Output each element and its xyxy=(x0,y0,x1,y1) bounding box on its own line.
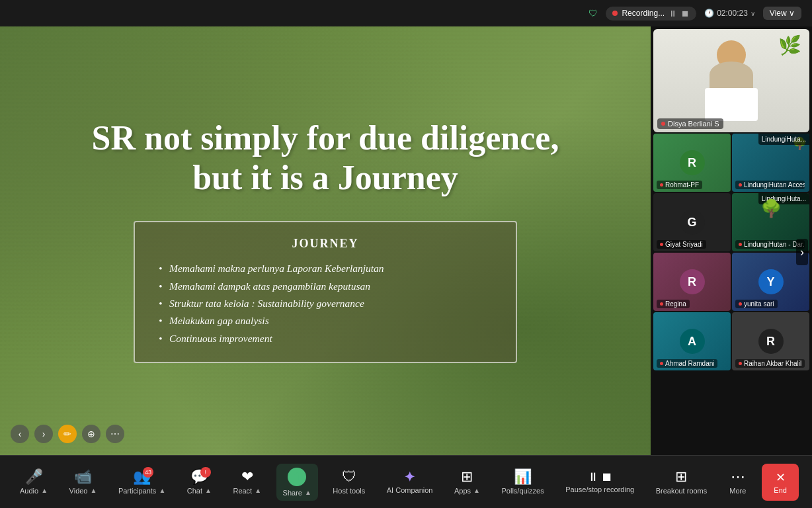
timer-display: 🕐 02:00:23 ∨ xyxy=(704,9,755,18)
chat-label: Chat xyxy=(187,487,202,495)
bullet-5: Continuous improvement xyxy=(159,330,492,347)
main-speaker-video: 🌿 Disya Berliani S xyxy=(653,29,809,132)
mic-dot-raihan xyxy=(739,362,742,365)
react-chevron: ▲ xyxy=(255,487,261,494)
label-rohmat: Rohmat-PF xyxy=(657,181,702,189)
mic-dot-lindungi-dar xyxy=(739,243,742,246)
avatar-regina: R xyxy=(680,269,705,294)
main-speaker-name: Disya Berliani S xyxy=(657,118,723,129)
polls-icon: 📊 xyxy=(514,470,532,484)
more-options-button[interactable]: ⋯ xyxy=(106,425,124,443)
participant-ahmad: A Ahmad Ramdani xyxy=(653,312,731,370)
main-speaker-bg: 🌿 xyxy=(653,29,809,132)
next-slide-button[interactable]: › xyxy=(34,425,53,443)
more-button[interactable]: ⋯ More xyxy=(722,466,754,499)
speaker-hijab xyxy=(710,62,753,88)
annotate-button[interactable]: ✏ xyxy=(58,425,77,443)
apps-label: Apps xyxy=(454,487,471,495)
label-lindungi-dar: LindungiHutan - Dar... xyxy=(735,240,805,249)
more-icon: ⋯ xyxy=(731,470,745,484)
apps-chevron: ▲ xyxy=(473,487,480,494)
mic-dot-giyat xyxy=(660,243,663,246)
speaker-body xyxy=(705,88,758,121)
share-button[interactable]: ⬆ Share ▲ xyxy=(276,464,318,501)
chat-chevron: ▲ xyxy=(205,487,212,494)
participants-grid: R Rohmat-PF 🌳 LindungiHuta... LindungiHu… xyxy=(653,134,809,370)
share-icon: ⬆ xyxy=(288,468,306,486)
main-area: SR not simply for due diligence, but it … xyxy=(0,26,812,455)
end-button[interactable]: ✕ End xyxy=(762,464,799,501)
participant-lindungi-access: 🌳 LindungiHuta... LindungiHutan Access xyxy=(732,134,809,192)
video-button[interactable]: 📹 Video ▲ xyxy=(63,466,104,499)
participant-rohmat: R Rohmat-PF xyxy=(653,134,731,192)
apps-button[interactable]: ⊞ Apps ▲ xyxy=(448,466,487,499)
bullet-3: Struktur tata kelola : Sustainability go… xyxy=(159,295,492,312)
chat-badge: ! xyxy=(200,467,211,478)
pause-recording-button[interactable]: ⏸ ⏹ Pause/stop recording xyxy=(559,467,641,497)
video-label: Video xyxy=(69,487,88,495)
react-label: React xyxy=(233,487,252,495)
participants-button[interactable]: 👥 43 Participants ▲ xyxy=(112,466,172,499)
label-ahmad: Ahmad Ramdani xyxy=(657,359,717,368)
slide-zoom-controls: ‹ › ✏ ⊕ ⋯ xyxy=(11,425,124,443)
chat-icon-wrapper: 💬 ! xyxy=(190,470,208,484)
prev-slide-button[interactable]: ‹ xyxy=(11,425,29,443)
breakout-label: Breakout rooms xyxy=(656,487,708,495)
mic-dot-yunita xyxy=(739,302,742,306)
stop-icon: ⏹ xyxy=(601,471,613,483)
audio-button[interactable]: 🎤 Audio ▲ xyxy=(13,466,54,499)
microphone-icon: 🎤 xyxy=(25,470,43,484)
share-chevron: ▲ xyxy=(305,489,311,496)
avatar-yunita: Y xyxy=(758,269,784,294)
ai-companion-label: AI Companion xyxy=(387,486,433,494)
plant-decoration: 🌿 xyxy=(778,34,801,56)
mic-dot-regina xyxy=(660,302,663,306)
label-regina: Regina xyxy=(657,300,690,308)
label-giyat: Giyat Sriyadi xyxy=(657,240,706,249)
slide-title: SR not simply for due diligence, but it … xyxy=(81,118,570,198)
view-button[interactable]: View ∨ xyxy=(763,7,801,20)
recording-label: Recording... xyxy=(622,9,665,18)
breakout-button[interactable]: ⊞ Breakout rooms xyxy=(649,466,714,499)
participant-regina: R Regina xyxy=(653,253,731,311)
grid-row-4: A Ahmad Ramdani R Raihan Akbar Khalil xyxy=(653,312,809,370)
mic-dot-lindungi xyxy=(739,183,742,187)
more-participants-button[interactable]: › xyxy=(796,239,808,265)
speaker-name-text: Disya Berliani S xyxy=(668,120,719,128)
share-label: Share xyxy=(283,489,302,497)
video-icon-wrapper: 📹 xyxy=(74,470,92,484)
participants-icon-wrapper: 👥 43 xyxy=(133,470,151,484)
participants-label: Participants xyxy=(118,487,156,495)
avatar-giyat: G xyxy=(680,210,705,235)
polls-button[interactable]: 📊 Polls/quizzes xyxy=(495,466,550,499)
timer-chevron: ∨ xyxy=(751,10,755,17)
recording-dot xyxy=(612,11,618,16)
share-icon-wrapper: ⬆ xyxy=(288,468,306,486)
pause-icon: ⏸ xyxy=(587,471,599,483)
slide: SR not simply for due diligence, but it … xyxy=(0,26,651,455)
mic-dot-rohmat xyxy=(660,183,663,187)
slide-content-box: JOURNEY Memahami makna perlunya Laporan … xyxy=(134,221,517,363)
more-label: More xyxy=(729,487,746,495)
stop-icon: ⏹ xyxy=(681,9,690,19)
host-tools-button[interactable]: 🛡 Host tools xyxy=(326,466,372,499)
bullet-1: Memahami makna perlunya Laporan Keberlan… xyxy=(159,260,492,277)
bullet-2: Memahami dampak atas pengambilan keputus… xyxy=(159,278,492,295)
recording-badge: Recording... ⏸ ⏹ xyxy=(606,7,696,21)
zoom-in-button[interactable]: ⊕ xyxy=(82,425,101,443)
participants-badge: 43 xyxy=(143,467,153,478)
audio-icon-wrapper: 🎤 xyxy=(25,470,43,484)
chat-button[interactable]: 💬 ! Chat ▲ xyxy=(181,466,218,499)
react-button[interactable]: ❤ React ▲ xyxy=(226,466,268,499)
ai-companion-button[interactable]: ✦ AI Companion xyxy=(380,466,440,498)
host-tools-label: Host tools xyxy=(333,487,365,495)
label-raihan: Raihan Akbar Khalil xyxy=(735,359,805,368)
label-lindungi-access: LindungiHutan Access xyxy=(735,181,805,189)
grid-row-1: R Rohmat-PF 🌳 LindungiHuta... LindungiHu… xyxy=(653,134,809,192)
end-label: End xyxy=(774,486,787,494)
end-icon: ✕ xyxy=(776,470,786,485)
security-icon: 🛡 xyxy=(589,8,598,19)
mic-active-dot xyxy=(661,122,665,126)
bullet-4: Melakukan gap analysis xyxy=(159,312,492,329)
breakout-icon: ⊞ xyxy=(675,470,687,484)
